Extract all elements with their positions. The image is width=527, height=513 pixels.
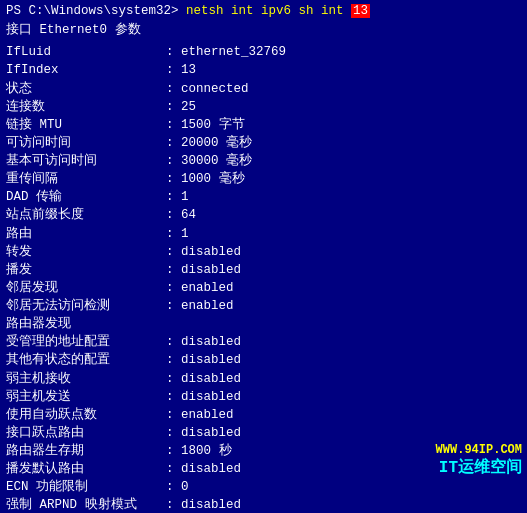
row-label: 路由 [6,225,166,243]
table-row: 重传间隔: 1000 毫秒 [6,170,521,188]
table-row: 链接 MTU: 1500 字节 [6,116,521,134]
row-value: : 30000 毫秒 [166,152,252,170]
row-value: : disabled [166,243,241,261]
table-row: DAD 传输: 1 [6,188,521,206]
row-label: ECN 功能限制 [6,478,166,496]
row-value: : 1000 毫秒 [166,170,245,188]
terminal-window: PS C:\Windows\system32> netsh int ipv6 s… [0,0,527,513]
row-value: : 1800 秒 [166,442,232,460]
section-title: 接口 Ethernet0 参数 [6,21,521,39]
prompt: PS C:\Windows\system32> [6,4,179,18]
row-label: 基本可访问时间 [6,152,166,170]
table-row: 使用自动跃点数: enabled [6,406,521,424]
row-value: : disabled [166,370,241,388]
terminal-body: PS C:\Windows\system32> netsh int ipv6 s… [0,0,527,513]
watermark-url: WWW.94IP.COM [436,443,522,457]
row-value: : 13 [166,61,196,79]
table-row: 接口跃点路由: disabled [6,424,521,442]
row-value: : 1500 字节 [166,116,245,134]
table-row: ECN 功能限制: 0 [6,478,521,496]
row-label: 其他有状态的配置 [6,351,166,369]
command-line: PS C:\Windows\system32> netsh int ipv6 s… [6,2,521,20]
table-row: 可访问时间: 20000 毫秒 [6,134,521,152]
row-value: : 1 [166,225,189,243]
table-row: 受管理的地址配置: disabled [6,333,521,351]
table-row: 连接数: 25 [6,98,521,116]
table-row: IfIndex: 13 [6,61,521,79]
table-row: 状态: connected [6,80,521,98]
row-value: : 25 [166,98,196,116]
row-label: 转发 [6,243,166,261]
row-label: 使用自动跃点数 [6,406,166,424]
row-value: : 20000 毫秒 [166,134,252,152]
row-value: : disabled [166,388,241,406]
table-row: 弱主机接收: disabled [6,370,521,388]
table-row: 转发: disabled [6,243,521,261]
row-label: 连接数 [6,98,166,116]
row-label: 播发 [6,261,166,279]
row-label: 接口跃点路由 [6,424,166,442]
row-label: 受管理的地址配置 [6,333,166,351]
row-value: : enabled [166,297,234,315]
row-label: 邻居无法访问检测 [6,297,166,315]
table-row: IfLuid: ethernet_32769 [6,43,521,61]
table-row: 弱主机发送: disabled [6,388,521,406]
table-row: 邻居发现: enabled [6,279,521,297]
table-row: 强制 ARPND 映射模式: disabled [6,496,521,513]
row-value: : enabled [166,406,234,424]
command-number: 13 [351,4,370,18]
command-text: netsh int ipv6 sh int [186,4,351,18]
watermark: WWW.94IP.COM IT运维空间 [436,443,522,478]
row-value: : ethernet_32769 [166,43,286,61]
row-label: 链接 MTU [6,116,166,134]
row-value: : disabled [166,261,241,279]
row-label: 站点前缀长度 [6,206,166,224]
row-value: : disabled [166,424,241,442]
row-label: 状态 [6,80,166,98]
row-value: : 1 [166,188,189,206]
row-label: 弱主机接收 [6,370,166,388]
row-label: 邻居发现 [6,279,166,297]
row-label: 路由器发现 [6,315,166,333]
row-label: IfIndex [6,61,166,79]
row-value: : disabled [166,496,241,513]
row-label: IfLuid [6,43,166,61]
table-row: 路由: 1 [6,225,521,243]
table-row: 其他有状态的配置: disabled [6,351,521,369]
row-value: : enabled [166,279,234,297]
table-row: 站点前缀长度: 64 [6,206,521,224]
row-value: : 0 [166,478,189,496]
row-label: 强制 ARPND 映射模式 [6,496,166,513]
table-row: 路由器发现 [6,315,521,333]
row-value: : disabled [166,460,241,478]
watermark-name: IT运维空间 [436,457,522,478]
row-label: 弱主机发送 [6,388,166,406]
row-value: : disabled [166,333,241,351]
row-value: : 64 [166,206,196,224]
row-value: : disabled [166,351,241,369]
row-label: DAD 传输 [6,188,166,206]
table-row: 邻居无法访问检测: enabled [6,297,521,315]
row-label: 可访问时间 [6,134,166,152]
table-row: 基本可访问时间: 30000 毫秒 [6,152,521,170]
row-label: 重传间隔 [6,170,166,188]
row-label: 播发默认路由 [6,460,166,478]
row-value: : connected [166,80,249,98]
table-row: 播发: disabled [6,261,521,279]
row-label: 路由器生存期 [6,442,166,460]
